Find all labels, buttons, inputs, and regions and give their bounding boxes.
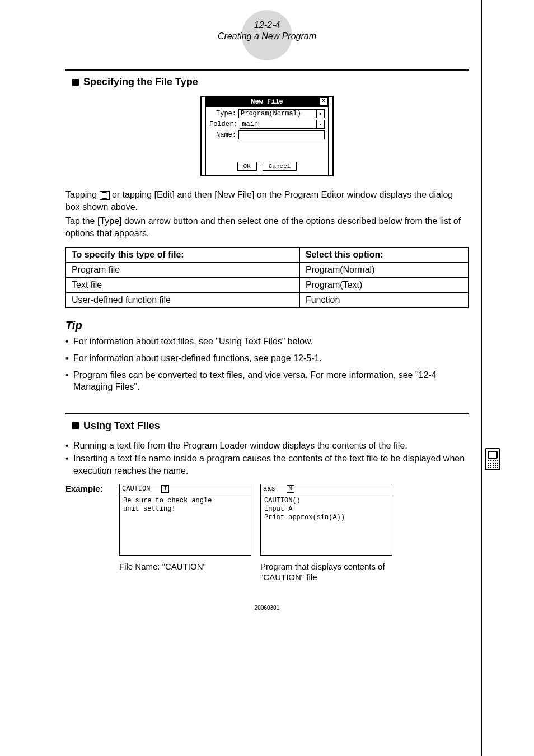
square-bullet-icon [72, 79, 79, 86]
list-item: Inserting a text file name inside a prog… [65, 452, 469, 477]
cancel-button[interactable]: Cancel [263, 162, 297, 171]
page-number: 12-2-4 [183, 20, 351, 30]
example-right-body: CAUTION() Input A Print approx(sin(A)) [260, 494, 392, 556]
list-item: For information about text files, see "U… [65, 335, 469, 348]
name-label: Name: [209, 131, 236, 139]
name-input[interactable] [238, 130, 325, 139]
chevron-down-icon[interactable] [316, 120, 324, 128]
example-label: Example: [65, 484, 110, 493]
table-row: Text file Program(Text) [66, 278, 469, 293]
page-header: 12-2-4 Creating a New Program [183, 20, 351, 41]
example-left-caption: File Name: "CAUTION" [119, 561, 251, 572]
example-left-body: Be sure to check angle unit setting! [119, 494, 251, 556]
type-tag-n: N [287, 485, 294, 493]
example-right-title: aas [263, 485, 275, 493]
dialog-title-text: New File [251, 98, 283, 106]
folder-value: main [242, 120, 258, 128]
type-value: Program(Normal) [241, 110, 301, 118]
tip-heading: Tip [65, 319, 469, 332]
dialog-right-sliver [329, 96, 334, 176]
horizontal-rule [65, 413, 469, 414]
type-dropdown[interactable]: Program(Normal) [238, 109, 325, 118]
folder-dropdown[interactable]: main [240, 120, 325, 129]
list-item: Program files can be converted to text f… [65, 369, 469, 393]
horizontal-rule [65, 69, 469, 71]
text-files-list: Running a text file from the Program Loa… [65, 440, 469, 477]
square-bullet-icon [72, 422, 79, 429]
new-file-icon [100, 191, 110, 200]
footer-number: 20060301 [28, 605, 506, 611]
type-label: Type: [209, 110, 236, 118]
ok-button[interactable]: OK [237, 162, 257, 171]
example-left-panel: CAUTION T Be sure to check angle unit se… [119, 484, 251, 572]
table-row: User-defined function file Function [66, 293, 469, 308]
tip-list: For information about text files, see "U… [65, 335, 469, 393]
section-heading-text-files: Using Text Files [72, 420, 469, 432]
type-tag-t: T [161, 485, 169, 493]
table-header: To specify this type of file: [66, 248, 300, 263]
dialog-left-sliver [200, 96, 205, 176]
dialog-titlebar: New File × [206, 97, 328, 107]
chapter-title: Creating a New Program [183, 31, 351, 41]
section-heading-text: Using Text Files [83, 420, 160, 432]
list-item: For information about user-defined funct… [65, 352, 469, 365]
example-right-panel: aas N CAUTION() Input A Print approx(sin… [260, 484, 392, 583]
chevron-down-icon[interactable] [316, 110, 324, 118]
section-heading-file-type: Specifying the File Type [72, 76, 469, 88]
paragraph: Tap the [Type] down arrow button and the… [65, 215, 469, 239]
example-right-caption: Program that displays contents of "CAUTI… [260, 561, 392, 583]
section-heading-text: Specifying the File Type [83, 76, 198, 88]
table-header: Select this option: [299, 248, 468, 263]
folder-label: Folder: [209, 120, 237, 128]
file-type-table: To specify this type of file: Select thi… [65, 247, 469, 308]
dialog-close-button[interactable]: × [320, 97, 327, 105]
example-left-title: CAUTION [122, 485, 150, 493]
new-file-dialog: New File × Type: Program(Normal) Fol [205, 96, 329, 176]
paragraph: Tapping or tapping [Edit] and then [New … [65, 189, 469, 213]
table-row: Program file Program(Normal) [66, 263, 469, 278]
list-item: Running a text file from the Program Loa… [65, 440, 469, 452]
